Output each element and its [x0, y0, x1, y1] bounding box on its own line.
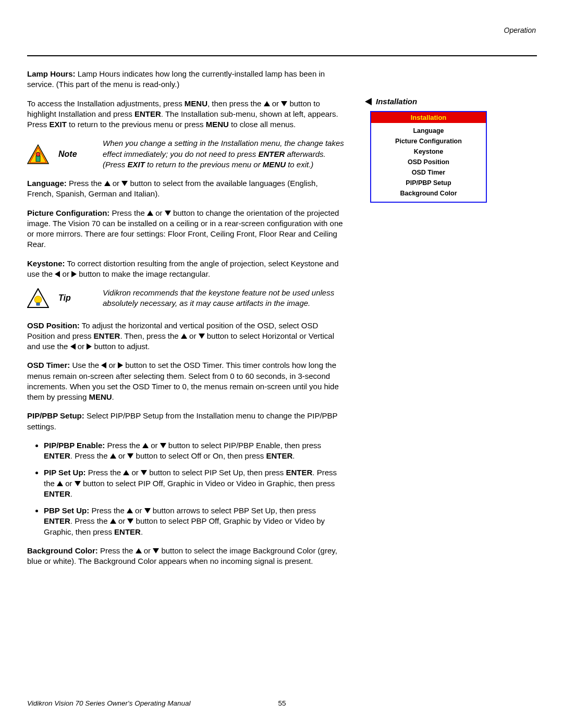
- enter-key: ENTER: [44, 451, 70, 460]
- note-callout: Note When you change a setting in the In…: [27, 138, 346, 170]
- text: Press the: [67, 179, 104, 188]
- text: or: [116, 451, 128, 460]
- text: to exit.): [286, 160, 313, 169]
- menu-key: MENU: [263, 160, 286, 169]
- up-arrow-icon: [123, 470, 129, 475]
- osd-position-label: OSD Position:: [27, 321, 80, 330]
- text: Press the: [86, 468, 124, 477]
- text: .: [292, 451, 295, 460]
- side-column: Installation Installation Language Pictu…: [358, 69, 527, 203]
- text: . Then, press the: [120, 331, 180, 340]
- text: button to select PIP Off, Graphic in Vid…: [81, 479, 335, 488]
- page-footer: Vidikron Vision 70 Series Owner's Operat…: [27, 699, 537, 707]
- background-color-label: Background Color:: [27, 546, 98, 555]
- text: button to adjust.: [92, 342, 150, 351]
- osd-timer-para: OSD Timer: Use the or button to set the …: [27, 360, 346, 402]
- note-label: Note: [58, 149, 103, 160]
- up-arrow-icon: [147, 211, 153, 216]
- text: button to select Off or On, then press: [133, 451, 266, 460]
- text: button to select PIP/PBP Enable, then pr…: [166, 441, 321, 450]
- menu-key: MENU: [89, 392, 112, 401]
- text: or: [149, 441, 160, 450]
- header-rule: [27, 55, 537, 56]
- text: . Press the: [70, 451, 110, 460]
- running-header: Operation: [27, 26, 537, 34]
- menu-item: OSD Position: [371, 157, 486, 167]
- up-arrow-icon: [181, 334, 187, 339]
- language-para: Language: Press the or button to select …: [27, 178, 346, 200]
- list-item: PIP/PBP Enable: Press the or button to s…: [44, 440, 346, 462]
- menu-item: OSD Timer: [371, 167, 486, 178]
- down-arrow-icon: [75, 481, 81, 486]
- menu-item: Picture Configuration: [371, 136, 486, 146]
- picture-configuration-label: Picture Configuration:: [27, 208, 109, 217]
- down-arrow-icon: [160, 443, 166, 448]
- tip-callout: Tip Vidikron recommends that the keyston…: [27, 288, 346, 309]
- text: or: [111, 179, 122, 188]
- note-icon-cell: [27, 144, 58, 164]
- footer-title: Vidikron Vision 70 Series Owner's Operat…: [27, 699, 191, 707]
- up-arrow-icon: [110, 519, 116, 524]
- text: or: [133, 506, 144, 515]
- text: button to select PIP Set Up, then press: [147, 468, 286, 477]
- list-item: PIP Set Up: Press the or button to selec…: [44, 467, 346, 499]
- picture-configuration-para: Picture Configuration: Press the or butt…: [27, 208, 346, 250]
- menu-item: PIP/PBP Setup: [371, 178, 486, 188]
- enter-key: ENTER: [259, 150, 285, 158]
- text: Use the: [70, 361, 101, 369]
- text: or: [63, 479, 75, 488]
- text: Press the: [105, 441, 142, 450]
- menu-key: MENU: [185, 99, 207, 108]
- tip-bulb-icon: [27, 288, 49, 308]
- right-arrow-icon: [87, 343, 92, 350]
- background-color-para: Background Color: Press the or button to…: [27, 546, 346, 567]
- text: Press the: [98, 546, 136, 555]
- left-arrow-icon: [70, 343, 76, 350]
- down-arrow-icon: [153, 548, 159, 553]
- text: or: [116, 516, 128, 525]
- exit-key: EXIT: [128, 160, 145, 169]
- language-label: Language:: [27, 179, 67, 188]
- side-heading: Installation: [365, 97, 527, 106]
- text: To access the Installation adjustments, …: [27, 99, 185, 108]
- up-arrow-icon: [127, 508, 133, 513]
- right-arrow-icon: [71, 271, 77, 277]
- up-arrow-icon: [104, 181, 111, 186]
- text: Press the: [109, 208, 147, 217]
- keystone-para: Keystone: To correct distortion resultin…: [27, 258, 346, 280]
- text: or: [129, 468, 141, 477]
- text: or: [142, 546, 153, 555]
- up-arrow-icon: [57, 481, 63, 486]
- lamp-hours-para: Lamp Hours: Lamp Hours indicates how lon…: [27, 69, 346, 90]
- page: Operation Lamp Hours: Lamp Hours indicat…: [0, 0, 563, 728]
- down-arrow-icon: [141, 470, 147, 475]
- pip-pbp-setup-label: PIP/PBP Setup:: [27, 411, 84, 420]
- text: or: [153, 208, 165, 217]
- note-text: When you change a setting in the Install…: [103, 138, 346, 170]
- tip-icon-cell: [27, 288, 58, 308]
- page-number: 55: [278, 699, 286, 707]
- svg-point-3: [36, 152, 40, 156]
- up-arrow-icon: [264, 101, 270, 106]
- installation-para: To access the Installation adjustments, …: [27, 98, 346, 130]
- down-arrow-icon: [199, 334, 205, 339]
- text: button arrows to select PBP Set Up, then…: [151, 506, 316, 515]
- up-arrow-icon: [110, 453, 116, 459]
- pip-setup-label: PIP Set Up:: [44, 468, 86, 477]
- text: or: [187, 331, 199, 340]
- down-arrow-icon: [127, 453, 133, 459]
- down-arrow-icon: [144, 508, 151, 513]
- pip-pbp-list: PIP/PBP Enable: Press the or button to s…: [27, 440, 346, 537]
- pip-pbp-setup-para: PIP/PBP Setup: Select PIP/PBP Setup from…: [27, 411, 346, 432]
- text: .: [70, 489, 72, 498]
- text: or: [76, 342, 87, 351]
- down-arrow-icon: [121, 181, 128, 186]
- menu-title: Installation: [371, 112, 486, 123]
- text: , then press the: [207, 99, 264, 108]
- up-arrow-icon: [136, 548, 142, 553]
- note-warning-icon: [27, 144, 49, 164]
- enter-key: ENTER: [94, 331, 120, 340]
- up-arrow-icon: [142, 443, 149, 448]
- enter-key: ENTER: [266, 451, 292, 460]
- text: or: [60, 269, 71, 278]
